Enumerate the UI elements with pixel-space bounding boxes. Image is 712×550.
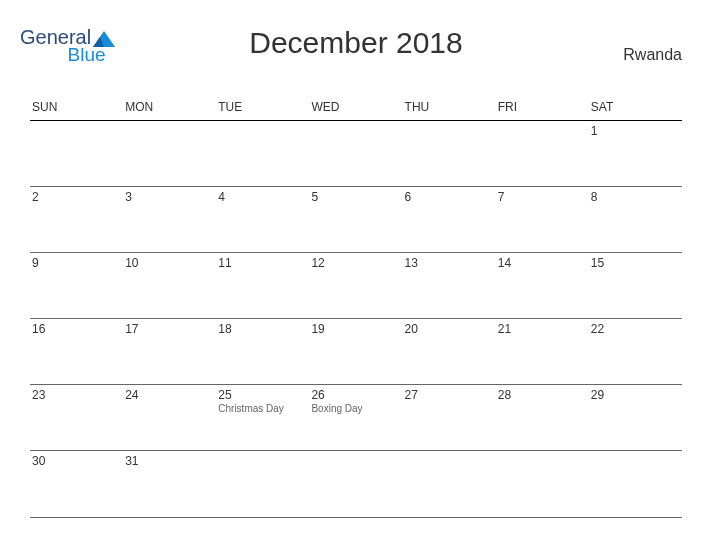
day-number: 10 bbox=[125, 256, 214, 270]
day-number: 8 bbox=[591, 190, 680, 204]
calendar-day-cell: 28 bbox=[496, 385, 589, 451]
calendar-day-cell: 18 bbox=[216, 319, 309, 385]
calendar-week: 9101112131415 bbox=[30, 253, 682, 319]
day-number: 12 bbox=[311, 256, 400, 270]
calendar-day-cell: 24 bbox=[123, 385, 216, 451]
calendar-week: 16171819202122 bbox=[30, 319, 682, 385]
calendar-day-cell: 5 bbox=[309, 187, 402, 253]
calendar-day-cell bbox=[589, 451, 682, 517]
day-number: 7 bbox=[498, 190, 587, 204]
calendar-grid: SUN MON TUE WED THU FRI SAT 123456789101… bbox=[30, 96, 682, 517]
day-number: 1 bbox=[591, 124, 680, 138]
calendar-day-cell: 3 bbox=[123, 187, 216, 253]
calendar-day-cell bbox=[403, 451, 496, 517]
brand-logo: General Blue bbox=[20, 26, 134, 49]
calendar-day-cell: 16 bbox=[30, 319, 123, 385]
day-number: 24 bbox=[125, 388, 214, 402]
day-number: 26 bbox=[311, 388, 400, 402]
day-number: 29 bbox=[591, 388, 680, 402]
day-number: 3 bbox=[125, 190, 214, 204]
day-number: 16 bbox=[32, 322, 121, 336]
day-number: 5 bbox=[311, 190, 400, 204]
day-number: 15 bbox=[591, 256, 680, 270]
calendar-header: General Blue December 2018 Rwanda bbox=[30, 18, 682, 78]
calendar-day-cell: 7 bbox=[496, 187, 589, 253]
day-number: 17 bbox=[125, 322, 214, 336]
day-header: MON bbox=[123, 96, 216, 121]
calendar-day-cell: 22 bbox=[589, 319, 682, 385]
calendar-day-cell: 6 bbox=[403, 187, 496, 253]
calendar-day-cell bbox=[123, 121, 216, 187]
day-number: 14 bbox=[498, 256, 587, 270]
calendar-day-cell: 14 bbox=[496, 253, 589, 319]
day-header: THU bbox=[403, 96, 496, 121]
calendar-day-cell: 21 bbox=[496, 319, 589, 385]
day-header: TUE bbox=[216, 96, 309, 121]
calendar-day-cell: 2 bbox=[30, 187, 123, 253]
day-number: 20 bbox=[405, 322, 494, 336]
day-number: 2 bbox=[32, 190, 121, 204]
day-event: Christmas Day bbox=[218, 403, 307, 414]
calendar-country: Rwanda bbox=[623, 46, 682, 64]
calendar-day-cell: 27 bbox=[403, 385, 496, 451]
day-number: 23 bbox=[32, 388, 121, 402]
calendar-day-cell: 12 bbox=[309, 253, 402, 319]
calendar-day-cell: 10 bbox=[123, 253, 216, 319]
day-number: 9 bbox=[32, 256, 121, 270]
calendar-day-cell: 30 bbox=[30, 451, 123, 517]
logo-text-2: Blue bbox=[68, 44, 106, 65]
calendar-day-cell: 31 bbox=[123, 451, 216, 517]
day-number: 4 bbox=[218, 190, 307, 204]
day-number: 21 bbox=[498, 322, 587, 336]
day-number: 19 bbox=[311, 322, 400, 336]
calendar-week: 2345678 bbox=[30, 187, 682, 253]
calendar-day-cell bbox=[30, 121, 123, 187]
calendar-day-cell: 9 bbox=[30, 253, 123, 319]
calendar-day-cell: 23 bbox=[30, 385, 123, 451]
day-header: SAT bbox=[589, 96, 682, 121]
calendar-day-cell: 17 bbox=[123, 319, 216, 385]
calendar-week: 3031 bbox=[30, 451, 682, 517]
day-number: 30 bbox=[32, 454, 121, 468]
day-number: 6 bbox=[405, 190, 494, 204]
calendar-day-cell bbox=[403, 121, 496, 187]
calendar-day-cell bbox=[216, 451, 309, 517]
calendar-day-cell: 15 bbox=[589, 253, 682, 319]
day-number: 28 bbox=[498, 388, 587, 402]
day-number: 13 bbox=[405, 256, 494, 270]
day-number: 22 bbox=[591, 322, 680, 336]
calendar-day-cell bbox=[309, 451, 402, 517]
day-number: 31 bbox=[125, 454, 214, 468]
calendar-day-cell: 8 bbox=[589, 187, 682, 253]
calendar-day-cell: 1 bbox=[589, 121, 682, 187]
calendar-day-cell bbox=[496, 451, 589, 517]
calendar-week: 232425Christmas Day26Boxing Day272829 bbox=[30, 385, 682, 451]
day-number: 25 bbox=[218, 388, 307, 402]
day-number: 27 bbox=[405, 388, 494, 402]
calendar-day-cell bbox=[309, 121, 402, 187]
calendar-day-cell: 26Boxing Day bbox=[309, 385, 402, 451]
day-header: WED bbox=[309, 96, 402, 121]
calendar-title: December 2018 bbox=[249, 26, 462, 60]
day-header-row: SUN MON TUE WED THU FRI SAT bbox=[30, 96, 682, 121]
day-number: 18 bbox=[218, 322, 307, 336]
calendar-week: 1 bbox=[30, 121, 682, 187]
calendar-bottom-border bbox=[30, 517, 682, 518]
calendar-day-cell: 19 bbox=[309, 319, 402, 385]
calendar-day-cell bbox=[496, 121, 589, 187]
day-event: Boxing Day bbox=[311, 403, 400, 414]
calendar-day-cell bbox=[216, 121, 309, 187]
calendar-day-cell: 20 bbox=[403, 319, 496, 385]
day-header: FRI bbox=[496, 96, 589, 121]
day-header: SUN bbox=[30, 96, 123, 121]
calendar-day-cell: 4 bbox=[216, 187, 309, 253]
calendar-day-cell: 25Christmas Day bbox=[216, 385, 309, 451]
calendar-day-cell: 11 bbox=[216, 253, 309, 319]
day-number: 11 bbox=[218, 256, 307, 270]
calendar-day-cell: 13 bbox=[403, 253, 496, 319]
calendar-day-cell: 29 bbox=[589, 385, 682, 451]
